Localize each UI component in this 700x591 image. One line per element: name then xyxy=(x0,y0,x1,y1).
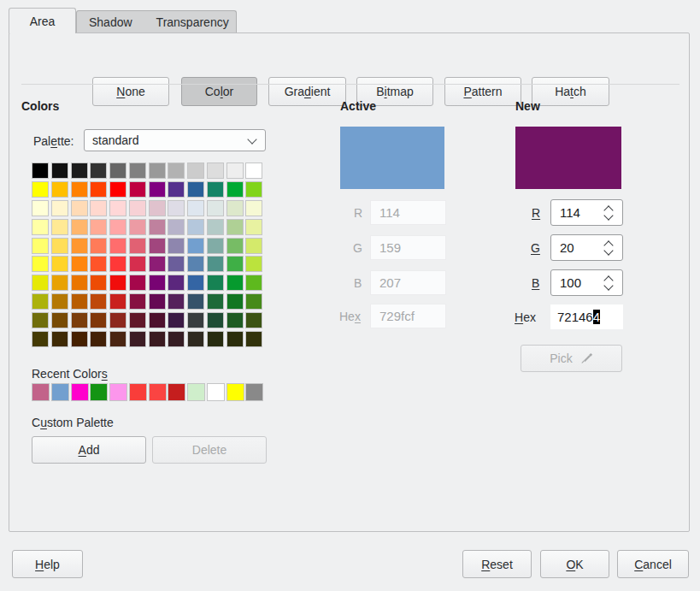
color-swatch[interactable] xyxy=(51,331,68,347)
color-swatch[interactable] xyxy=(129,238,146,254)
color-swatch[interactable] xyxy=(149,293,166,310)
color-swatch[interactable] xyxy=(71,238,88,254)
color-swatch[interactable] xyxy=(149,219,166,235)
color-swatch[interactable] xyxy=(149,200,166,216)
color-swatch[interactable] xyxy=(51,181,68,198)
color-swatch[interactable] xyxy=(51,275,68,291)
color-swatch[interactable] xyxy=(32,256,49,272)
color-swatch[interactable] xyxy=(168,293,185,310)
color-swatch[interactable] xyxy=(129,293,146,310)
color-swatch[interactable] xyxy=(90,383,108,401)
color-swatch[interactable] xyxy=(149,312,166,328)
color-swatch[interactable] xyxy=(187,312,204,328)
color-swatch[interactable] xyxy=(149,256,166,272)
color-swatch[interactable] xyxy=(245,181,262,198)
new-hex-input[interactable]: 721464 xyxy=(550,304,623,329)
color-swatch[interactable] xyxy=(226,200,244,216)
color-swatch[interactable] xyxy=(32,219,49,235)
color-swatch[interactable] xyxy=(245,293,262,310)
color-swatch[interactable] xyxy=(129,383,147,401)
color-swatch[interactable] xyxy=(71,275,88,291)
color-swatch[interactable] xyxy=(32,383,50,401)
color-swatch[interactable] xyxy=(71,181,88,198)
color-swatch[interactable] xyxy=(226,256,244,272)
color-swatch[interactable] xyxy=(90,256,107,272)
color-swatch[interactable] xyxy=(32,163,49,179)
color-swatch[interactable] xyxy=(226,163,244,179)
color-swatch[interactable] xyxy=(149,331,166,347)
color-swatch[interactable] xyxy=(71,200,88,216)
color-swatch[interactable] xyxy=(187,163,204,179)
color-swatch[interactable] xyxy=(168,163,185,179)
color-swatch[interactable] xyxy=(187,331,204,347)
color-swatch[interactable] xyxy=(168,219,185,235)
color-swatch[interactable] xyxy=(168,238,185,254)
color-swatch[interactable] xyxy=(226,312,244,328)
cancel-button[interactable]: Cancel xyxy=(617,550,689,578)
color-swatch[interactable] xyxy=(51,312,68,328)
color-swatch[interactable] xyxy=(109,219,126,235)
color-swatch[interactable] xyxy=(207,219,224,235)
new-r-spinner[interactable]: 114 xyxy=(550,199,623,226)
color-swatch[interactable] xyxy=(168,383,185,401)
color-swatch[interactable] xyxy=(109,163,126,179)
color-swatch[interactable] xyxy=(207,383,225,401)
color-swatch[interactable] xyxy=(129,163,146,179)
color-swatch[interactable] xyxy=(207,163,224,179)
color-swatch[interactable] xyxy=(71,293,88,310)
color-swatch[interactable] xyxy=(32,293,49,310)
color-swatch[interactable] xyxy=(187,219,204,235)
color-swatch[interactable] xyxy=(245,163,262,179)
color-swatch[interactable] xyxy=(109,238,126,254)
color-swatch[interactable] xyxy=(51,219,68,235)
color-swatch[interactable] xyxy=(187,256,204,272)
color-swatch[interactable] xyxy=(32,312,49,328)
fill-color-button[interactable]: Color xyxy=(181,77,257,106)
color-swatch[interactable] xyxy=(32,238,49,254)
color-swatch[interactable] xyxy=(207,238,224,254)
color-swatch[interactable] xyxy=(245,331,262,347)
color-swatch[interactable] xyxy=(245,238,262,254)
color-swatch[interactable] xyxy=(149,383,167,401)
color-swatch[interactable] xyxy=(109,293,126,310)
color-swatch[interactable] xyxy=(187,238,204,254)
color-swatch[interactable] xyxy=(109,256,126,272)
color-swatch[interactable] xyxy=(129,200,146,216)
color-swatch[interactable] xyxy=(226,219,244,235)
color-swatch[interactable] xyxy=(90,275,107,291)
color-swatch[interactable] xyxy=(245,256,262,272)
color-swatch[interactable] xyxy=(245,275,262,291)
fill-hatch-button[interactable]: Hatch xyxy=(532,77,609,106)
color-swatch[interactable] xyxy=(168,181,185,198)
color-swatch[interactable] xyxy=(149,163,166,179)
color-swatch[interactable] xyxy=(129,181,146,198)
color-swatch[interactable] xyxy=(168,331,185,347)
fill-pattern-button[interactable]: Pattern xyxy=(444,77,521,106)
color-swatch[interactable] xyxy=(149,238,166,254)
color-swatch[interactable] xyxy=(129,256,146,272)
color-swatch[interactable] xyxy=(168,312,185,328)
color-swatch[interactable] xyxy=(32,331,49,347)
color-swatch[interactable] xyxy=(168,256,185,272)
color-swatch[interactable] xyxy=(207,312,224,328)
color-swatch[interactable] xyxy=(51,256,68,272)
color-swatch[interactable] xyxy=(187,181,204,198)
ok-button[interactable]: OK xyxy=(540,550,609,578)
color-swatch[interactable] xyxy=(226,275,244,291)
fill-none-button[interactable]: None xyxy=(92,77,169,106)
color-swatch[interactable] xyxy=(90,238,107,254)
color-swatch[interactable] xyxy=(90,219,107,235)
color-swatch[interactable] xyxy=(51,200,68,216)
tab-transparency[interactable]: Transparency xyxy=(144,15,241,29)
color-swatch[interactable] xyxy=(109,331,126,347)
color-swatch[interactable] xyxy=(71,219,88,235)
color-swatch[interactable] xyxy=(51,163,68,179)
tab-shadow[interactable]: Shadow xyxy=(77,15,144,29)
add-button[interactable]: Add xyxy=(32,436,146,464)
fill-gradient-button[interactable]: Gradient xyxy=(268,77,346,106)
color-swatch[interactable] xyxy=(71,312,88,328)
color-swatch[interactable] xyxy=(109,181,126,198)
new-b-spinner[interactable]: 100 xyxy=(550,269,623,296)
color-swatch[interactable] xyxy=(71,383,89,401)
color-swatch[interactable] xyxy=(226,238,244,254)
